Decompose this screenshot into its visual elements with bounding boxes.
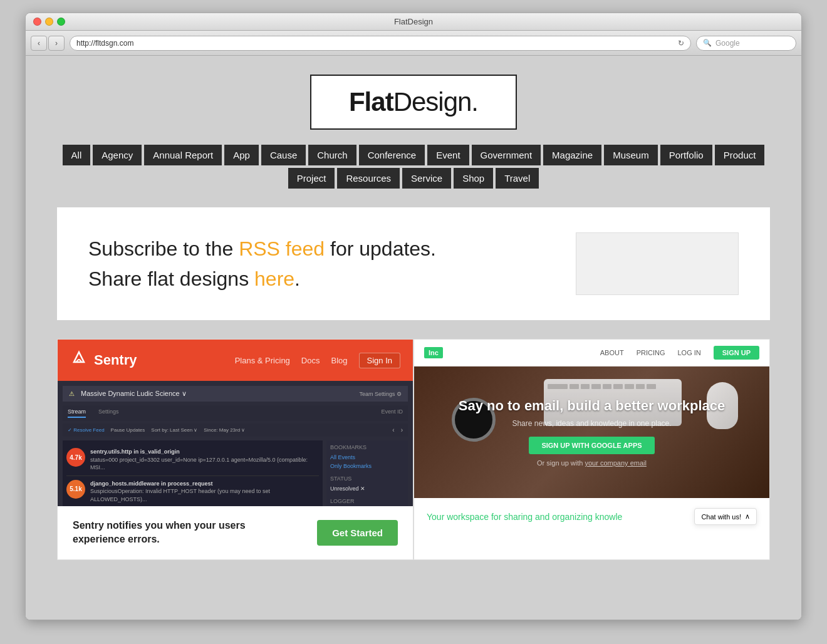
subscribe-after: for updates. xyxy=(325,237,436,260)
inc-nav: ABOUT PRICING LOG IN SIGN UP xyxy=(600,346,759,360)
inc-about[interactable]: ABOUT xyxy=(600,349,624,356)
resolve-feed-btn[interactable]: ✓ Resolve Feed xyxy=(68,427,105,433)
tag-all[interactable]: All xyxy=(63,145,91,165)
status-title: STATUS xyxy=(330,475,404,482)
sentry-docs[interactable]: Docs xyxy=(301,356,320,365)
sentry-sidebar: BOOKMARKS All Events Only Bookmarks STAT… xyxy=(326,440,408,506)
nav-tags: All Agency Annual Report App Cause Churc… xyxy=(57,145,770,189)
here-link[interactable]: here xyxy=(254,267,294,290)
tag-magazine[interactable]: Magazine xyxy=(543,145,601,165)
status-section: STATUS Unresolved ✕ xyxy=(330,475,404,493)
subscribe-before: Subscribe to the xyxy=(88,237,239,260)
tag-product[interactable]: Product xyxy=(715,145,765,165)
tag-museum[interactable]: Museum xyxy=(604,145,658,165)
sentry-blog[interactable]: Blog xyxy=(331,356,347,365)
logo-flat: Flat xyxy=(349,87,393,117)
back-button[interactable]: ‹ xyxy=(31,36,47,51)
only-bookmarks-link[interactable]: Only Bookmarks xyxy=(330,462,404,470)
search-bar[interactable]: 🔍 Google xyxy=(696,36,796,51)
inc-card: Inc ABOUT PRICING LOG IN SIGN UP xyxy=(413,339,770,560)
sentry-nav: Plans & Pricing Docs Blog Sign In xyxy=(235,353,400,368)
sentry-cta-button[interactable]: Get Started xyxy=(317,520,398,546)
page-title: FlatDesign xyxy=(394,17,433,26)
all-events-link[interactable]: All Events xyxy=(330,453,404,462)
error-badge-2: 5.1k xyxy=(66,480,85,499)
pause-updates-btn[interactable]: Pause Updates xyxy=(111,427,145,433)
browser-window: FlatDesign ‹ › http://fltdsgn.com ↻ 🔍 Go… xyxy=(25,13,802,620)
unresolved-filter[interactable]: Unresolved ✕ xyxy=(330,484,404,493)
tag-portfolio[interactable]: Portfolio xyxy=(660,145,712,165)
tag-church[interactable]: Church xyxy=(308,145,356,165)
tag-event[interactable]: Event xyxy=(427,145,469,165)
since-select[interactable]: Since: May 23rd ∨ xyxy=(204,427,245,433)
subscribe-line1: Subscribe to the RSS feed for updates. xyxy=(88,234,436,264)
stream-tab[interactable]: Stream xyxy=(68,408,86,418)
search-placeholder: Google xyxy=(715,39,740,48)
cards-grid: Sentry Plans & Pricing Docs Blog Sign In… xyxy=(57,339,770,560)
sentry-signin-button[interactable]: Sign In xyxy=(359,353,400,368)
inc-hero-text: Say no to email, build a better workplac… xyxy=(459,398,725,467)
chat-widget[interactable]: Chat with us! ∧ xyxy=(694,508,757,525)
address-url: http://fltdsgn.com xyxy=(76,39,674,48)
tag-project[interactable]: Project xyxy=(288,168,335,189)
event-id-label: Event ID xyxy=(381,408,403,418)
rss-link[interactable]: RSS feed xyxy=(239,237,325,260)
sentry-team-settings[interactable]: Team Settings ⚙ xyxy=(359,391,402,397)
inc-or-text: Or sign up with your company email xyxy=(459,459,725,467)
tag-travel[interactable]: Travel xyxy=(496,168,539,189)
subscribe-text: Subscribe to the RSS feed for updates. S… xyxy=(88,234,436,294)
inc-signup-button[interactable]: SIGN UP xyxy=(714,346,759,360)
page-content: FlatDesign. All Agency Annual Report App… xyxy=(26,56,801,620)
inc-header: Inc ABOUT PRICING LOG IN SIGN UP xyxy=(414,340,769,366)
prev-btn[interactable]: ‹ xyxy=(392,427,394,434)
tag-service[interactable]: Service xyxy=(402,168,451,189)
error-text-2: django_hosts.middleware in process_reque… xyxy=(90,480,319,504)
inc-login[interactable]: LOG IN xyxy=(677,349,700,356)
logger-section: LOGGER xyxy=(330,498,404,504)
ad-placeholder xyxy=(576,232,739,295)
tag-government[interactable]: Government xyxy=(472,145,541,165)
logo-container: FlatDesign. xyxy=(57,75,770,130)
sentry-app-bar: ⚠ Massive Dynamic Ludic Science ∨ Team S… xyxy=(63,386,408,402)
sentry-list: 4.7k sentry.utils.http in is_valid_origi… xyxy=(63,440,323,506)
toolbar: ‹ › http://fltdsgn.com ↻ 🔍 Google xyxy=(26,31,801,56)
forward-button[interactable]: › xyxy=(48,36,65,51)
tag-annual-report[interactable]: Annual Report xyxy=(144,145,222,165)
inc-bottom: Your workspace for sharing and organizin… xyxy=(414,498,769,535)
error-text-1: sentry.utils.http in is_valid_origin sta… xyxy=(90,448,319,472)
title-bar: FlatDesign xyxy=(26,13,801,31)
tag-shop[interactable]: Shop xyxy=(454,168,493,189)
close-button[interactable] xyxy=(33,18,41,26)
tag-resources[interactable]: Resources xyxy=(337,168,400,189)
search-icon: 🔍 xyxy=(703,39,712,47)
settings-tab[interactable]: Settings xyxy=(98,408,119,418)
next-btn[interactable]: › xyxy=(401,427,403,434)
tag-agency[interactable]: Agency xyxy=(93,145,142,165)
inc-pricing[interactable]: PRICING xyxy=(637,349,665,356)
list-item: 4.7k sentry.utils.http in is_valid_origi… xyxy=(66,444,319,476)
maximize-button[interactable] xyxy=(57,18,65,26)
logo: FlatDesign. xyxy=(349,87,478,117)
chat-text: Chat with us! xyxy=(701,513,741,521)
sentry-bottom: Sentry notifies you when your users expe… xyxy=(58,506,413,559)
tag-conference[interactable]: Conference xyxy=(359,145,425,165)
inc-hero-title: Say no to email, build a better workplac… xyxy=(459,398,725,414)
chat-chevron-icon: ∧ xyxy=(745,512,750,521)
refresh-icon[interactable]: ↻ xyxy=(678,39,684,48)
subscribe-line2: Share flat designs here. xyxy=(88,264,436,294)
tag-cause[interactable]: Cause xyxy=(261,145,306,165)
minimize-button[interactable] xyxy=(45,18,53,26)
sort-by-select[interactable]: Sort by: Last Seen ∨ xyxy=(151,427,197,433)
bookmarks-title: BOOKMARKS xyxy=(330,444,404,450)
inc-google-signup-button[interactable]: SIGN UP WITH GOOGLE APPS xyxy=(529,437,654,454)
sentry-screenshot: ⚠ Massive Dynamic Ludic Science ∨ Team S… xyxy=(58,381,413,506)
sentry-logo: Sentry xyxy=(70,350,137,371)
sentry-header: Sentry Plans & Pricing Docs Blog Sign In xyxy=(58,340,413,381)
sentry-icon xyxy=(70,350,88,371)
sentry-plans[interactable]: Plans & Pricing xyxy=(235,356,290,365)
subscribe-banner: Subscribe to the RSS feed for updates. S… xyxy=(57,207,770,320)
sentry-card: Sentry Plans & Pricing Docs Blog Sign In… xyxy=(57,339,413,560)
address-bar[interactable]: http://fltdsgn.com ↻ xyxy=(70,36,691,51)
tag-app[interactable]: App xyxy=(224,145,259,165)
error-badge-1: 4.7k xyxy=(66,448,85,467)
